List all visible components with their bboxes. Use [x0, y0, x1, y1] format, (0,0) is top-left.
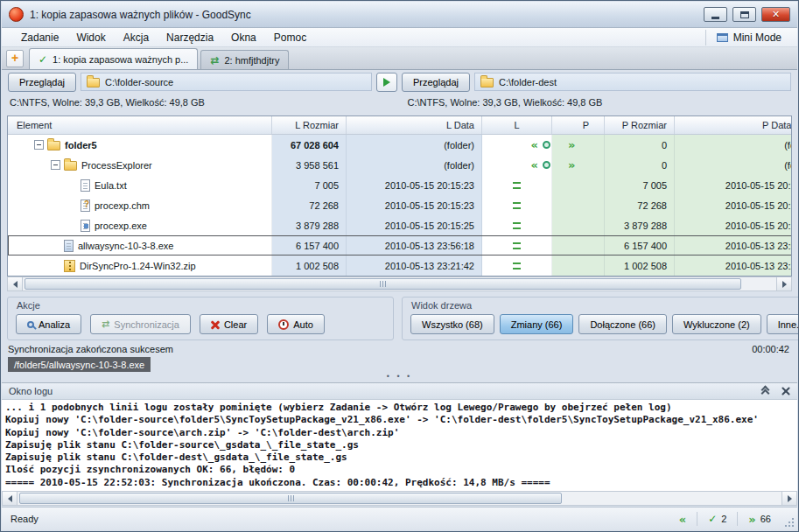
col-element[interactable]: Element — [8, 116, 272, 134]
browse-row: Przeglądaj C:\folder-source Przeglądaj C… — [2, 70, 797, 94]
table-row[interactable]: procexp.exe 3 879 288 2010-05-15 20:15:2… — [8, 215, 792, 235]
filter-all-label: Wszystko (68) — [422, 319, 483, 330]
direction-button[interactable] — [376, 73, 397, 92]
left-size-cell: 72 268 — [272, 195, 347, 215]
synchronize-button[interactable]: ⇄ Synchronizacja — [90, 314, 191, 334]
minimize-icon — [711, 17, 719, 19]
left-date-cell: 2010-05-15 20:15:23 — [347, 175, 482, 195]
tab-job-1-label: 1: kopia zapasowa ważnych p... — [53, 54, 188, 65]
tab-job-1[interactable]: ✓ 1: kopia zapasowa ważnych p... — [29, 48, 198, 69]
col-p-data[interactable]: P Data — [675, 116, 792, 134]
table-horizontal-scrollbar[interactable] — [7, 276, 792, 291]
log-line: Ilość pozycji zsynchronizowanych OK: 66,… — [5, 464, 794, 476]
left-size-cell: 3 958 561 — [272, 155, 347, 175]
add-job-button[interactable]: + — [6, 50, 24, 67]
item-name: procexp.exe — [95, 220, 147, 231]
divider — [737, 512, 738, 526]
tree-view-group-title: Widok drzewa — [411, 300, 472, 311]
collapse-panel-icon[interactable] — [760, 387, 769, 396]
menu-akcja[interactable]: Akcja — [115, 29, 158, 46]
sync-left-icon: « — [531, 139, 538, 150]
right-date-cell: 2010-05-15 20:15:25 — [675, 215, 792, 235]
right-size-cell: 0 — [605, 135, 675, 155]
sync-right-icon: » — [568, 159, 575, 171]
log-line: Kopiuj nowy 'C:\folder-source\arch.zip' … — [5, 427, 794, 439]
minimize-button[interactable] — [704, 7, 727, 22]
filter-other-button[interactable]: Inne... — [767, 314, 799, 334]
filter-excluded-label: Wykluczone (2) — [683, 319, 750, 330]
sync-status-message: Synchronizacja zakończona sukcesem — [8, 344, 173, 354]
sync-ok-icon — [543, 141, 550, 149]
job-tab-bar: + ✓ 1: kopia zapasowa ważnych p... ⇄ 2: … — [2, 47, 797, 70]
menu-narzedzia[interactable]: Narzędzia — [158, 29, 222, 46]
table-header: Element L Rozmiar L Data L P P Rozmiar P… — [8, 116, 792, 135]
table-row-selected[interactable]: allwaysync-10-3-8.exe 6 157 400 2010-05-… — [8, 235, 792, 256]
scroll-right-button[interactable] — [781, 492, 796, 505]
collapse-toggle-icon[interactable] — [34, 140, 44, 150]
scroll-right-button[interactable] — [776, 277, 791, 290]
scrollbar-track[interactable] — [18, 492, 781, 505]
right-date-cell: (folder) — [675, 155, 792, 175]
scroll-left-button[interactable] — [3, 492, 18, 505]
table-row[interactable]: Eula.txt 7 005 2010-05-15 20:15:23 7 005… — [8, 175, 792, 195]
col-l-rozmiar[interactable]: L Rozmiar — [272, 116, 347, 134]
menu-pomoc[interactable]: Pomoc — [265, 29, 315, 46]
browse-right-button[interactable]: Przeglądaj — [402, 73, 470, 92]
log-horizontal-scrollbar[interactable] — [2, 491, 797, 506]
copy-right-count-icon: » — [748, 514, 755, 525]
clear-button[interactable]: Clear — [200, 314, 258, 334]
menu-widok[interactable]: Widok — [67, 29, 114, 46]
window-controls: ✕ — [704, 7, 790, 22]
equal-status-icon — [513, 242, 521, 249]
menu-okna[interactable]: Okna — [222, 29, 265, 46]
maximize-button[interactable] — [732, 7, 756, 22]
menu-zadanie[interactable]: Zadanie — [12, 29, 67, 46]
table-row[interactable]: folder5 67 028 604 (folder) « » 0 (folde… — [8, 135, 792, 155]
log-output[interactable]: ... i 1 podobnych linii logu zostały pom… — [2, 400, 797, 491]
scrollbar-thumb[interactable] — [25, 278, 741, 290]
right-date-cell: 2010-05-13 23:56:18 — [675, 235, 792, 256]
filter-excluded-button[interactable]: Wykluczone (2) — [672, 314, 761, 334]
sync-left-icon: « — [531, 159, 538, 171]
scroll-left-button[interactable] — [8, 277, 23, 290]
left-path-field[interactable]: C:\folder-source — [81, 73, 372, 91]
close-button[interactable]: ✕ — [761, 7, 790, 22]
col-l-data[interactable]: L Data — [347, 116, 482, 134]
tab-job-2[interactable]: ⇄ 2: hmfjthdjtry — [200, 50, 289, 69]
filter-changes-button[interactable]: Zmiany (66) — [500, 314, 574, 334]
current-file-bar: /folder5/allwaysync-10-3-8.exe — [8, 357, 151, 372]
arrow-left-icon — [8, 495, 12, 502]
table-row[interactable]: procexp.chm 72 268 2010-05-15 20:15:23 7… — [8, 195, 792, 215]
analyze-button[interactable]: Analiza — [16, 314, 81, 334]
resize-grip[interactable] — [792, 525, 794, 527]
sync-ok-icon — [543, 161, 550, 169]
equal-status-icon — [513, 222, 521, 229]
tab-job-2-label: 2: hmfjthdjtry — [224, 55, 279, 66]
browse-left-button[interactable]: Przeglądaj — [8, 73, 76, 92]
mini-mode-label: Mini Mode — [733, 32, 781, 44]
filter-included-button[interactable]: Dołączone (66) — [578, 314, 667, 334]
scrollbar-track[interactable] — [23, 277, 776, 290]
browse-left-label: Przeglądaj — [19, 77, 65, 88]
equal-status-icon — [513, 202, 521, 209]
close-panel-icon[interactable] — [781, 387, 790, 396]
col-p[interactable]: P — [552, 116, 605, 134]
mini-mode-button[interactable]: Mini Mode — [705, 30, 787, 46]
auto-button[interactable]: Auto — [267, 314, 325, 334]
table-row[interactable]: ProcessExplorer 3 958 561 (folder) « » 0… — [8, 155, 792, 175]
filter-all-button[interactable]: Wszystko (68) — [410, 314, 494, 334]
equal-status-icon — [513, 182, 521, 189]
col-p-rozmiar[interactable]: P Rozmiar — [605, 116, 675, 134]
status-counters: « ✓ 2 » 66 — [679, 512, 788, 526]
right-path-field[interactable]: C:\folder-dest — [474, 73, 791, 91]
log-line: Zapisuję plik stanu C:\folder-source\_gs… — [5, 439, 794, 452]
alarm-clock-icon — [278, 319, 289, 330]
arrow-left-icon — [13, 281, 18, 288]
title-bar[interactable]: 1: kopia zapasowa ważnych plików - GoodS… — [2, 2, 797, 28]
col-l[interactable]: L — [482, 116, 552, 134]
copy-right-count: 66 — [760, 514, 771, 524]
table-row[interactable]: DirSyncPro-1.24-Win32.zip 1 002 508 2010… — [8, 256, 792, 276]
panel-splitter[interactable]: • • • — [2, 372, 797, 381]
scrollbar-thumb[interactable] — [19, 493, 562, 504]
collapse-toggle-icon[interactable] — [51, 160, 60, 170]
